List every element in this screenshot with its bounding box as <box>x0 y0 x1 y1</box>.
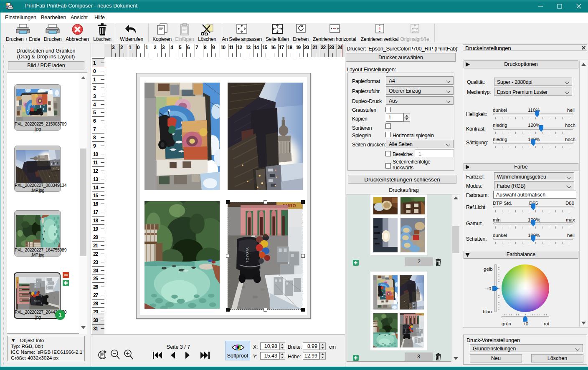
svg-text:100%: 100% <box>412 30 418 33</box>
